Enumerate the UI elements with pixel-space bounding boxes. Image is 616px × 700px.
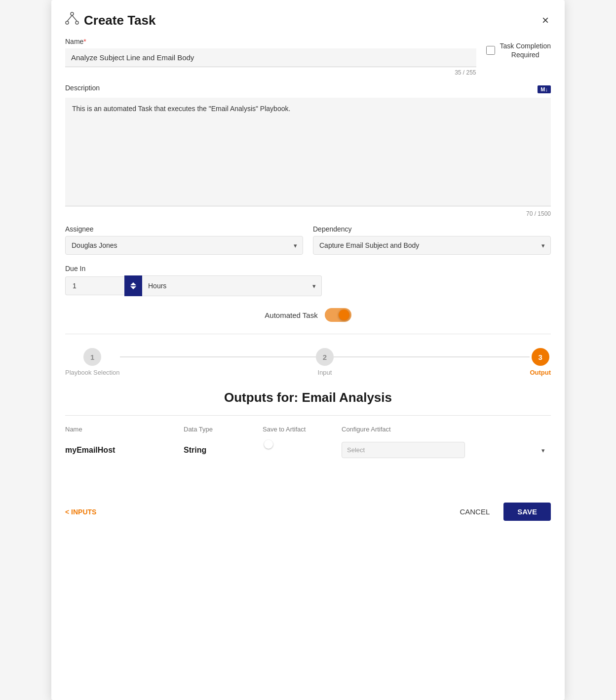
col-header-save: Save to Artifact xyxy=(263,426,342,433)
col-header-name: Name xyxy=(65,426,184,433)
due-in-number-input[interactable] xyxy=(65,276,124,295)
task-completion-checkbox[interactable] xyxy=(486,46,495,55)
outputs-table-header: Name Data Type Save to Artifact Configur… xyxy=(65,426,551,433)
modal-title: Create Task xyxy=(84,13,156,28)
svg-marker-6 xyxy=(130,286,136,289)
due-in-label: Due In xyxy=(65,265,551,272)
task-completion-label: Task Completion Required xyxy=(500,41,551,59)
assignee-column: Assignee Douglas Jones ▾ xyxy=(65,225,303,255)
step-3-circle: 3 xyxy=(532,348,549,366)
automated-task-toggle[interactable] xyxy=(325,308,351,322)
description-char-count: 70 / 1500 xyxy=(65,210,551,217)
step-2-label: Input xyxy=(318,369,332,376)
title-group: Create Task xyxy=(65,12,156,29)
outputs-divider xyxy=(65,415,551,416)
step-1-label: Playbook Selection xyxy=(65,369,120,376)
description-section: Description M↓ 70 / 1500 xyxy=(65,84,551,217)
assignee-select[interactable]: Douglas Jones xyxy=(65,236,303,255)
assignee-dependency-row: Assignee Douglas Jones ▾ Dependency Capt… xyxy=(65,225,551,255)
dependency-column: Dependency Capture Email Subject and Bod… xyxy=(313,225,551,255)
output-datatype-1: String xyxy=(184,446,263,455)
svg-point-2 xyxy=(76,21,78,24)
name-field-container: Name* 35 / 255 xyxy=(65,38,476,76)
step-2-circle: 2 xyxy=(316,348,334,366)
name-section: Name* 35 / 255 Task Completion Required xyxy=(65,38,551,76)
col-header-configure: Configure Artifact xyxy=(342,426,551,433)
svg-point-1 xyxy=(66,21,69,24)
step-3-label: Output xyxy=(530,369,551,376)
svg-line-3 xyxy=(67,15,72,21)
dependency-select[interactable]: Capture Email Subject and Body xyxy=(313,236,551,255)
step-3: 3 Output xyxy=(530,348,551,376)
name-char-count: 35 / 255 xyxy=(65,69,476,76)
output-name-1: myEmailHost xyxy=(65,446,184,455)
svg-line-4 xyxy=(72,15,77,21)
create-task-modal: Create Task × Name* 35 / 255 Task Comple… xyxy=(51,0,565,700)
cancel-button[interactable]: CANCEL xyxy=(452,503,498,521)
steps-row: 1 Playbook Selection 2 Input 3 Output xyxy=(65,348,551,376)
footer-actions: CANCEL SAVE xyxy=(452,503,551,521)
description-label: Description xyxy=(65,84,100,92)
stepper-button[interactable] xyxy=(124,275,142,296)
save-button[interactable]: SAVE xyxy=(503,503,551,521)
dependency-select-wrapper: Capture Email Subject and Body ▾ xyxy=(313,236,551,255)
svg-marker-5 xyxy=(130,282,136,285)
footer-row: < INPUTS CANCEL SAVE xyxy=(65,493,551,521)
automated-task-row: Automated Task xyxy=(65,308,551,334)
svg-point-0 xyxy=(71,12,74,15)
outputs-title: Outputs for: Email Analysis xyxy=(65,390,551,405)
step-1-circle: 1 xyxy=(83,348,101,366)
configure-select-wrapper-1: Select ▾ xyxy=(342,442,551,458)
hours-select[interactable]: Hours Days Weeks xyxy=(142,275,322,296)
inputs-link[interactable]: < INPUTS xyxy=(65,508,96,516)
automated-task-label: Automated Task xyxy=(265,311,317,319)
workflow-icon xyxy=(65,12,79,29)
markdown-badge[interactable]: M↓ xyxy=(538,85,551,93)
step-2: 2 Input xyxy=(316,348,334,376)
configure-chevron-icon: ▾ xyxy=(541,446,545,454)
dependency-label: Dependency xyxy=(313,225,551,233)
description-textarea[interactable] xyxy=(65,98,551,206)
step-line-1 xyxy=(120,356,316,357)
output-row-1: myEmailHost String Select ▾ xyxy=(65,437,551,463)
col-header-datatype: Data Type xyxy=(184,426,263,433)
toggle-slider xyxy=(325,308,351,322)
assignee-select-wrapper: Douglas Jones ▾ xyxy=(65,236,303,255)
name-input[interactable] xyxy=(65,48,476,67)
due-in-row: Hours Days Weeks ▾ xyxy=(65,275,322,296)
hours-select-wrapper: Hours Days Weeks ▾ xyxy=(142,275,322,296)
modal-header: Create Task × xyxy=(65,12,551,29)
step-1: 1 Playbook Selection xyxy=(65,348,120,376)
due-in-section: Due In Hours Days Weeks ▾ xyxy=(65,265,551,296)
output-configure-1: Select ▾ xyxy=(342,442,551,458)
step-line-2 xyxy=(334,356,530,357)
configure-artifact-select-1[interactable]: Select xyxy=(342,442,465,458)
task-completion-container: Task Completion Required xyxy=(486,41,551,59)
name-label: Name* xyxy=(65,38,476,45)
close-button[interactable]: × xyxy=(540,12,551,28)
assignee-label: Assignee xyxy=(65,225,303,233)
